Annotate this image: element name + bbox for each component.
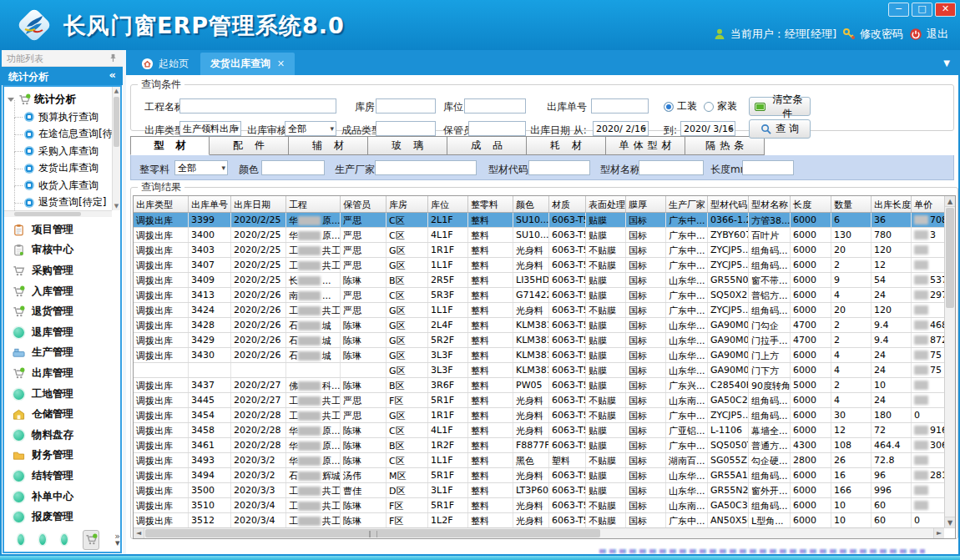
tree-item-采购入库查询[interactable]: 采购入库查询: [8, 143, 109, 160]
date-from-picker[interactable]: 2020/ 2/16: [593, 121, 649, 136]
order-no-input[interactable]: [591, 98, 649, 114]
column-header-材质[interactable]: 材质: [549, 196, 586, 212]
radio-off-icon[interactable]: [704, 102, 714, 112]
material-tab-型材[interactable]: 型材: [130, 136, 210, 155]
material-tab-单体型材[interactable]: 单体型材: [606, 136, 685, 155]
pin-icon[interactable]: [109, 53, 118, 63]
sidebar-item-退货管理[interactable]: 退货管理: [12, 301, 120, 322]
table-row[interactable]: 调拨出库35122020/3/4工共工程陈琳F区1L2F整料光身料6063-T5…: [134, 513, 955, 528]
project-name-input[interactable]: [179, 98, 336, 114]
scroll-down-icon[interactable]: ▼: [945, 517, 955, 527]
audit-combo[interactable]: 全部: [285, 121, 336, 136]
column-header-出库单号[interactable]: 出库单号: [189, 196, 231, 212]
logout-button[interactable]: 退出: [909, 27, 948, 42]
date-to-picker[interactable]: 2020/ 3/16: [680, 121, 735, 136]
table-row[interactable]: 调拨出库34612020/2/28华原...陈琳B区1R2F整料F8877FT6…: [134, 438, 955, 453]
material-tab-辅材[interactable]: 辅材: [289, 136, 368, 155]
table-row[interactable]: 调拨出库34282020/2/26石城陈琳G区2L4F整料KLM38176063…: [134, 318, 955, 333]
material-tab-成品[interactable]: 成品: [447, 136, 527, 155]
sidebar-item-项目管理[interactable]: 项目管理: [12, 219, 120, 240]
sidebar-item-工地管理[interactable]: 工地管理: [12, 384, 120, 405]
radio-jiazhuang[interactable]: 家装: [704, 99, 737, 114]
profile-code-input[interactable]: [528, 160, 590, 175]
material-tab-玻璃[interactable]: 玻璃: [368, 136, 447, 155]
sidebar-item-退库管理[interactable]: 退库管理: [12, 322, 120, 343]
table-row[interactable]: 调拨出库34132020/2/26南...严思C区5R3F整料G71422606…: [134, 288, 955, 303]
out-type-combo[interactable]: 生产领料出库: [179, 121, 241, 136]
sidebar-item-出库管理[interactable]: 出库管理: [12, 363, 120, 384]
column-header-出库日期[interactable]: 出库日期: [231, 196, 286, 212]
column-header-长度[interactable]: 长度: [791, 196, 831, 212]
location-input[interactable]: [464, 98, 526, 114]
tab-发货出库查询[interactable]: 发货出库查询✕: [200, 53, 295, 75]
column-header-数量[interactable]: 数量: [831, 196, 872, 212]
tab-起始页[interactable]: 起始页: [131, 53, 199, 75]
tree-item-预算执行查询[interactable]: 预算执行查询: [8, 108, 109, 126]
column-header-工程[interactable]: 工程: [286, 196, 341, 212]
table-row[interactable]: 调拨出库34032020/2/25工共工程严思G区1R1F整料光身料6063-T…: [134, 243, 955, 258]
sidebar-item-审核中心[interactable]: 审核中心: [12, 240, 120, 261]
maximize-button[interactable]: □: [912, 3, 932, 17]
column-header-出库类型[interactable]: 出库类型: [134, 196, 189, 212]
table-row[interactable]: 调拨出库34092020/2/25长...陈琳B区2R5F整料LI35HD606…: [134, 273, 955, 288]
table-row[interactable]: 调拨出库34942020/3/2石辉城汤伟M区5R1F整料光身料6063-T5贴…: [134, 468, 955, 483]
table-row[interactable]: 调拨出库34292020/2/26石城陈琳G区5R2F整料KLM38176063…: [134, 333, 955, 348]
grid-vertical-scrollbar[interactable]: ▲ ▼: [944, 196, 955, 527]
table-row[interactable]: G区3L3F整料KLM38176063-T5贴膜国标山东华...GA90M09.…: [134, 363, 955, 378]
column-header-颜色[interactable]: 颜色: [513, 196, 549, 212]
column-header-型材代码[interactable]: 型材代码: [708, 196, 749, 212]
keeper-input[interactable]: [468, 121, 526, 136]
column-header-整零料[interactable]: 整零料: [468, 196, 513, 212]
tab-list-dropdown-icon[interactable]: ▼: [943, 58, 950, 68]
quick-item-icon[interactable]: [39, 534, 46, 545]
column-header-出库长度[interactable]: 出库长度: [872, 196, 912, 212]
tree-expander-icon[interactable]: [8, 98, 14, 102]
table-row[interactable]: 调拨出库34242020/2/26工共工程严思G区1L1F整料光身料6063-T…: [134, 303, 955, 318]
length-input[interactable]: [742, 160, 794, 175]
radio-gongzhuang[interactable]: 工装: [664, 99, 697, 114]
profile-name-input[interactable]: [639, 160, 704, 175]
column-header-表面处理[interactable]: 表面处理: [586, 196, 626, 212]
tree-item-发货出库查询[interactable]: 发货出库查询: [8, 160, 109, 178]
table-row[interactable]: 调拨出库34542020/2/28工共工程严思G区1R1F整料光身料6063-T…: [134, 408, 955, 423]
tree-vertical-scrollbar[interactable]: ▲ ▼: [112, 87, 120, 210]
sidebar-item-采购管理[interactable]: 采购管理: [12, 260, 120, 281]
column-header-保管员[interactable]: 保管员: [341, 196, 387, 212]
table-row[interactable]: 调拨出库34002020/2/25华原...严思C区4L1F整料SU10...6…: [134, 228, 955, 243]
color-input[interactable]: [261, 160, 325, 175]
search-button[interactable]: 查 询: [749, 119, 811, 139]
sidebar-section-header[interactable]: 统计分析 «: [2, 67, 123, 85]
table-row[interactable]: 调拨出库35002020/3/3工共工程曹佳D区3L1F整料LT3P606063…: [134, 483, 955, 498]
warehouse-input[interactable]: [376, 98, 436, 114]
sidebar-item-物料盘存[interactable]: 物料盘存: [12, 425, 120, 446]
cart-quick-button[interactable]: [83, 530, 99, 550]
tree-root-node[interactable]: 统计分析: [8, 91, 109, 108]
table-row[interactable]: 调拨出库34582020/2/28华原...陈琳C区4L1F整料光身料6063-…: [134, 423, 955, 438]
minimize-button[interactable]: ─: [888, 3, 909, 17]
vscroll-thumb[interactable]: [946, 208, 954, 308]
table-row[interactable]: 调拨出库34302020/2/26石城陈琳G区3L3F整料KLM38176063…: [134, 348, 955, 363]
table-row[interactable]: 调拨出库34452020/2/27工共工程严思F区5R1F整料光身料6063-T…: [134, 393, 955, 408]
tree-horizontal-scrollbar[interactable]: [4, 210, 112, 217]
material-tab-耗材[interactable]: 耗材: [527, 136, 606, 155]
sidebar-item-入库管理[interactable]: 入库管理: [12, 281, 120, 302]
tab-close-icon[interactable]: ✕: [277, 58, 285, 69]
quick-item-icon[interactable]: [18, 534, 24, 545]
tree-item-退货查询待定[interactable]: 退货查询[待定]: [8, 194, 109, 212]
change-password-button[interactable]: 修改密码: [842, 27, 903, 42]
column-header-膜厚[interactable]: 膜厚: [626, 196, 666, 212]
sidebar-item-报废管理[interactable]: 报废管理: [12, 507, 120, 527]
scroll-right-icon[interactable]: ►: [933, 528, 944, 538]
clear-conditions-button[interactable]: 清空条件: [749, 97, 811, 116]
sidebar-item-补单中心[interactable]: 补单中心: [12, 487, 120, 507]
manufacturer-input[interactable]: [375, 160, 477, 175]
hscroll-thumb[interactable]: [145, 529, 600, 537]
material-tab-隔热条[interactable]: 隔热条: [685, 136, 765, 155]
grid-horizontal-scrollbar[interactable]: ◄ ►: [134, 527, 944, 538]
sidebar-item-仓储管理[interactable]: 仓储管理: [12, 404, 120, 425]
radio-on-icon[interactable]: [664, 102, 674, 112]
column-header-库位[interactable]: 库位: [428, 196, 468, 212]
sidebar-item-生产管理[interactable]: 生产管理: [12, 343, 120, 364]
collapse-icon[interactable]: «: [109, 68, 116, 81]
sidebar-item-财务管理[interactable]: 财务管理: [12, 446, 120, 467]
